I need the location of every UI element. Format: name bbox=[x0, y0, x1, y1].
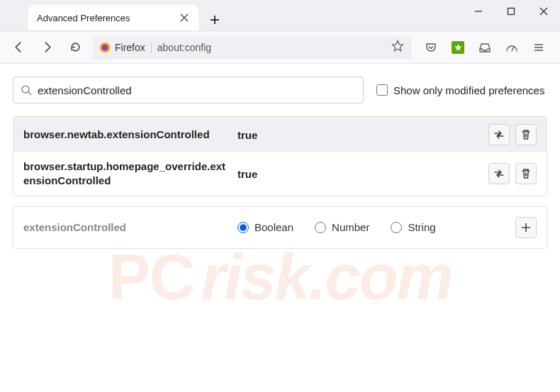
url-bar[interactable]: Firefox about:config bbox=[92, 35, 411, 60]
svg-point-2 bbox=[102, 45, 108, 50]
new-pref-name: extensionControlled bbox=[23, 221, 229, 233]
window-maximize-button[interactable] bbox=[495, 0, 527, 23]
radio-input[interactable] bbox=[315, 222, 326, 233]
firefox-badge: Firefox bbox=[99, 42, 152, 53]
forward-button[interactable] bbox=[35, 36, 58, 59]
add-pref-button[interactable] bbox=[515, 217, 537, 238]
pref-row: browser.newtab.extensionControlled true bbox=[13, 117, 547, 152]
show-modified-label: Show only modified preferences bbox=[393, 84, 544, 96]
pref-row: browser.startup.homepage_override.extens… bbox=[13, 152, 547, 196]
toggle-button[interactable] bbox=[488, 124, 510, 145]
extension-icon[interactable]: ★ bbox=[448, 38, 468, 57]
tab-title: Advanced Preferences bbox=[37, 13, 173, 23]
firefox-icon bbox=[99, 42, 111, 53]
toggle-button[interactable] bbox=[488, 163, 510, 184]
back-button[interactable] bbox=[7, 36, 30, 59]
type-number-radio[interactable]: Number bbox=[315, 221, 369, 233]
show-modified-checkbox[interactable] bbox=[376, 84, 388, 96]
type-string-radio[interactable]: String bbox=[391, 221, 435, 233]
svg-rect-0 bbox=[508, 9, 515, 15]
pref-value: true bbox=[237, 129, 480, 141]
radio-input[interactable] bbox=[237, 222, 249, 233]
type-boolean-radio[interactable]: Boolean bbox=[237, 221, 293, 233]
delete-button[interactable] bbox=[515, 163, 537, 184]
pref-value: true bbox=[237, 168, 480, 180]
new-pref-row: extensionControlled Boolean Number Strin… bbox=[13, 206, 547, 249]
firefox-label: Firefox bbox=[115, 42, 145, 53]
speed-icon[interactable] bbox=[502, 38, 522, 57]
radio-input[interactable] bbox=[391, 222, 402, 233]
inbox-icon[interactable] bbox=[475, 38, 495, 57]
close-tab-icon[interactable] bbox=[179, 12, 190, 23]
radio-label: String bbox=[408, 221, 435, 233]
browser-tab[interactable]: Advanced Preferences bbox=[28, 5, 198, 30]
pocket-icon[interactable] bbox=[421, 38, 441, 57]
reload-button[interactable] bbox=[64, 36, 86, 59]
pref-name: browser.newtab.extensionControlled bbox=[23, 128, 229, 142]
new-tab-button[interactable] bbox=[204, 9, 225, 30]
search-input[interactable] bbox=[38, 84, 356, 96]
search-icon bbox=[21, 84, 32, 96]
window-minimize-button[interactable] bbox=[462, 0, 495, 23]
svg-point-3 bbox=[22, 86, 29, 93]
radio-label: Boolean bbox=[254, 221, 293, 233]
search-box[interactable] bbox=[13, 77, 364, 103]
radio-label: Number bbox=[332, 221, 369, 233]
results-table: browser.newtab.extensionControlled true … bbox=[13, 116, 547, 196]
pref-name: browser.startup.homepage_override.extens… bbox=[23, 159, 229, 189]
bookmark-star-icon[interactable] bbox=[391, 40, 404, 55]
url-text: about:config bbox=[157, 42, 386, 53]
window-close-button[interactable] bbox=[527, 0, 560, 23]
hamburger-menu-icon[interactable] bbox=[529, 38, 549, 57]
delete-button[interactable] bbox=[515, 124, 537, 145]
